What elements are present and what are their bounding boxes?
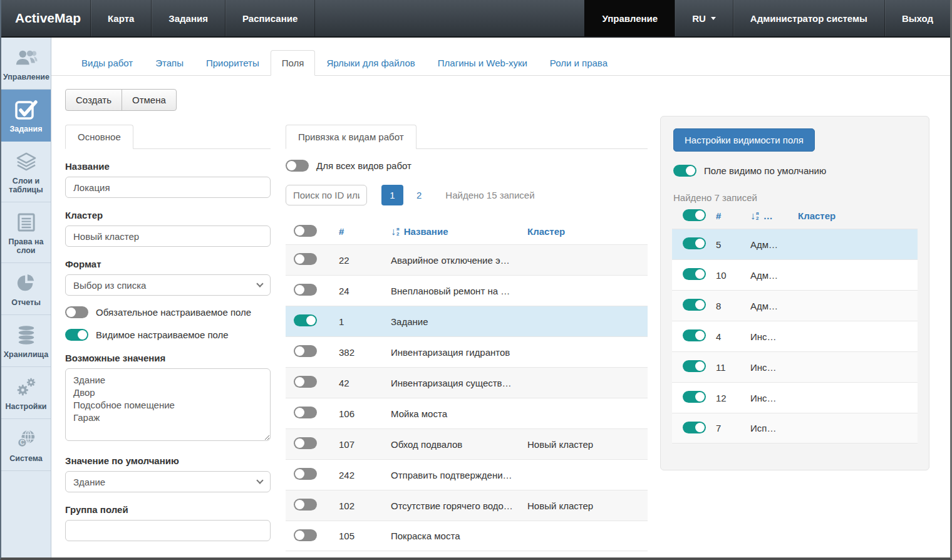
cluster-label: Кластер xyxy=(65,210,271,220)
search-input[interactable] xyxy=(286,185,367,205)
work-type-row[interactable]: 382Инвентаризация гидрантов xyxy=(286,336,648,367)
top-nav-user[interactable]: Администратор системы xyxy=(733,0,884,36)
row-toggle[interactable] xyxy=(683,329,706,341)
sidebar-item-reports[interactable]: Отчеты xyxy=(1,263,51,315)
row-toggle[interactable] xyxy=(683,237,706,249)
select-all-toggle[interactable] xyxy=(683,209,706,221)
row-toggle[interactable] xyxy=(294,407,317,418)
row-toggle[interactable] xyxy=(683,299,706,311)
toggle-knob xyxy=(287,161,296,170)
tab-roles[interactable]: Роли и права xyxy=(539,50,619,76)
sidebar-item-settings[interactable]: Настройки xyxy=(1,367,51,419)
visibility-row[interactable]: 10Адм… xyxy=(672,259,918,290)
cluster-input[interactable] xyxy=(65,226,271,247)
sidebar-item-storages[interactable]: Хранилища xyxy=(1,315,51,367)
row-id: 382 xyxy=(339,347,391,358)
tab-fields[interactable]: Поля xyxy=(271,50,316,76)
row-toggle[interactable] xyxy=(294,468,317,480)
top-nav-logout[interactable]: Выход xyxy=(884,0,950,36)
visible-by-default-toggle[interactable] xyxy=(673,165,696,177)
sidebar-item-layer-rights[interactable]: Права на слои xyxy=(1,202,51,263)
row-toggle[interactable] xyxy=(294,376,317,388)
tab-work-types-binding[interactable]: Привязка к видам работ xyxy=(286,125,416,149)
visibility-row[interactable]: 11Инс… xyxy=(672,351,918,382)
visibility-row[interactable]: 7Исп… xyxy=(672,413,918,443)
row-id: 11 xyxy=(716,362,750,373)
visibility-settings-button[interactable]: Настройки видимости поля xyxy=(673,128,815,152)
format-select-value: Выбор из списка xyxy=(73,280,146,291)
row-id: 22 xyxy=(339,255,391,266)
row-name: Адм… xyxy=(750,301,798,311)
tab-priorities[interactable]: Приоритеты xyxy=(195,50,271,76)
work-type-row[interactable]: 107Обход подваловНовый кластер xyxy=(286,428,648,459)
create-button[interactable]: Создать xyxy=(65,89,122,111)
tasks-icon xyxy=(3,98,49,122)
sidebar-item-system[interactable]: CСистема xyxy=(1,419,51,471)
header-cluster[interactable]: Кластер xyxy=(798,210,918,221)
row-toggle[interactable] xyxy=(294,345,317,357)
work-type-row[interactable]: 106Мойка моста xyxy=(286,398,648,428)
row-toggle[interactable] xyxy=(294,284,317,296)
app-logo[interactable]: ActiveMap xyxy=(1,0,90,36)
top-nav-language[interactable]: RU xyxy=(675,0,733,36)
top-nav-map[interactable]: Карта xyxy=(90,0,151,36)
default-value-select[interactable]: Здание xyxy=(65,471,271,492)
work-type-row[interactable]: 102Отсутствие горячего водо…Новый класте… xyxy=(286,490,648,521)
header-cluster[interactable]: Кластер xyxy=(527,226,648,237)
row-toggle[interactable] xyxy=(683,360,706,372)
page-button-2[interactable]: 2 xyxy=(416,190,422,200)
row-toggle[interactable] xyxy=(683,422,706,433)
row-toggle[interactable] xyxy=(683,268,706,280)
all-work-types-toggle[interactable] xyxy=(286,160,309,172)
tab-main[interactable]: Основное xyxy=(65,125,133,149)
row-toggle[interactable] xyxy=(683,391,706,403)
cancel-button[interactable]: Отмена xyxy=(122,89,177,111)
format-select[interactable]: Выбор из списка xyxy=(65,274,271,296)
tab-stages[interactable]: Этапы xyxy=(144,50,195,76)
visibility-row[interactable]: 5Адм… xyxy=(672,229,918,259)
row-name: Инвентаризация гидрантов xyxy=(391,347,527,358)
row-toggle[interactable] xyxy=(294,253,317,265)
sidebar-item-layers[interactable]: Слои и таблицы xyxy=(1,142,51,202)
tab-file-labels[interactable]: Ярлыки для файлов xyxy=(315,50,426,76)
header-name[interactable]: Название xyxy=(404,226,448,237)
visible-field-toggle[interactable] xyxy=(65,329,88,341)
top-nav-schedule[interactable]: Расписание xyxy=(225,0,315,36)
select-all-toggle[interactable] xyxy=(294,225,317,237)
work-type-row[interactable]: 1Задание xyxy=(286,306,648,336)
header-number[interactable]: # xyxy=(339,226,391,237)
sidebar-item-tasks[interactable]: Задания xyxy=(1,90,51,142)
work-type-row[interactable]: 22Аварийное отключение э… xyxy=(286,244,648,275)
work-type-row[interactable]: 24Внеплановый ремонт на … xyxy=(286,275,648,306)
work-type-row[interactable]: 42Инвентаризация существ… xyxy=(286,367,648,398)
visibility-row[interactable]: 12Инс… xyxy=(672,382,918,413)
possible-values-textarea[interactable]: Здание Двор Подсобное помещение Гараж xyxy=(65,368,271,441)
visible-by-default-label: Поле видимо по умолчанию xyxy=(704,165,826,176)
work-type-row[interactable]: 242Отправить подтверждени… xyxy=(286,459,648,490)
visibility-row[interactable]: 8Адм… xyxy=(672,290,918,321)
row-toggle[interactable] xyxy=(294,437,317,449)
name-input[interactable] xyxy=(65,177,271,198)
required-field-toggle[interactable] xyxy=(65,306,88,318)
row-toggle[interactable] xyxy=(294,314,317,326)
sidebar-item-management[interactable]: Управление xyxy=(1,38,51,90)
page-button-1[interactable]: 1 xyxy=(381,185,403,205)
toggle-knob xyxy=(295,377,304,386)
field-group-input[interactable] xyxy=(65,520,271,541)
row-id: 1 xyxy=(339,316,391,327)
toggle-knob xyxy=(695,210,705,220)
header-number[interactable]: # xyxy=(716,210,750,221)
header-name[interactable]: … xyxy=(763,210,773,221)
top-nav-management[interactable]: Управление xyxy=(584,0,675,36)
top-nav-tasks[interactable]: Задания xyxy=(151,0,225,36)
top-navigation-bar: ActiveMap КартаЗаданияРасписание Управле… xyxy=(1,0,950,38)
work-type-row[interactable]: 105Покраска моста xyxy=(286,521,648,551)
sidebar-item-label: Права на слои xyxy=(3,237,49,255)
users-icon xyxy=(3,46,49,70)
visibility-row[interactable]: 4Инс… xyxy=(672,321,918,351)
tab-work-types[interactable]: Виды работ xyxy=(70,50,144,76)
row-toggle[interactable] xyxy=(294,499,317,511)
sidebar-item-label: Отчеты xyxy=(3,298,49,307)
row-toggle[interactable] xyxy=(294,529,317,541)
tab-plugins[interactable]: Плагины и Web-хуки xyxy=(427,50,539,76)
